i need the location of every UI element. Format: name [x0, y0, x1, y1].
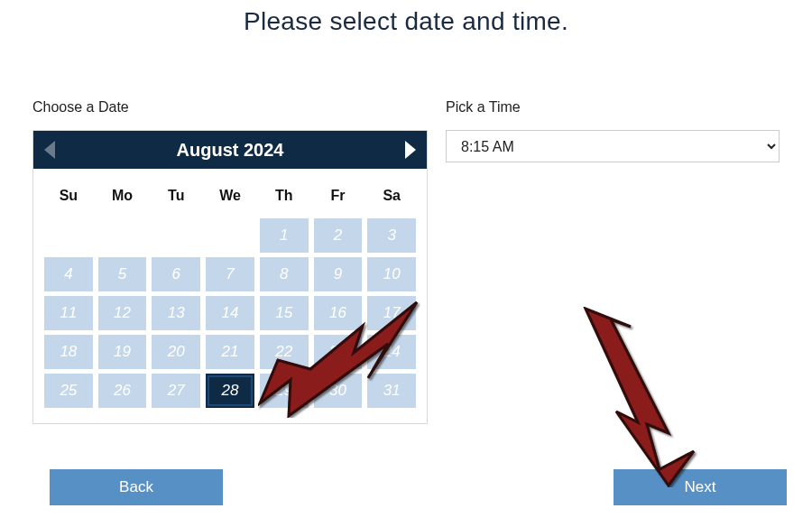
calendar-dow: Su: [44, 178, 93, 214]
calendar-day[interactable]: 21: [206, 335, 254, 369]
calendar-day[interactable]: 18: [44, 335, 93, 369]
choose-date-label: Choose a Date: [32, 99, 428, 116]
calendar-month-label: August 2024: [177, 140, 284, 161]
time-select[interactable]: 8:15 AM: [446, 130, 780, 162]
back-button[interactable]: Back: [50, 469, 223, 505]
calendar-day[interactable]: 27: [152, 374, 200, 408]
calendar-day[interactable]: 23: [314, 335, 363, 369]
calendar-dow: Mo: [98, 178, 147, 214]
calendar-day[interactable]: 11: [44, 296, 93, 330]
calendar-header: August 2024: [33, 131, 427, 169]
calendar-grid: Su Mo Tu We Th Fr Sa 1 2 3: [33, 169, 427, 423]
calendar-day[interactable]: 22: [260, 335, 309, 369]
next-button[interactable]: Next: [614, 469, 787, 505]
calendar-next-icon[interactable]: [405, 141, 416, 159]
calendar-day[interactable]: 1: [260, 218, 309, 253]
calendar: August 2024 Su Mo Tu We Th Fr Sa: [32, 130, 428, 424]
calendar-dow: Fr: [314, 178, 363, 214]
calendar-day[interactable]: 29: [260, 374, 309, 408]
calendar-dow: Th: [260, 178, 309, 214]
calendar-day[interactable]: 25: [44, 374, 93, 408]
calendar-day[interactable]: 24: [367, 335, 416, 369]
calendar-dow: Tu: [152, 178, 200, 214]
calendar-day[interactable]: 14: [206, 296, 254, 330]
calendar-day[interactable]: 16: [314, 296, 363, 330]
calendar-cell-empty: [152, 218, 200, 253]
calendar-day[interactable]: 2: [314, 218, 363, 253]
pick-time-label: Pick a Time: [446, 99, 780, 116]
calendar-day[interactable]: 9: [314, 257, 363, 291]
calendar-day[interactable]: 8: [260, 257, 309, 291]
calendar-day[interactable]: 12: [98, 296, 147, 330]
calendar-day[interactable]: 26: [98, 374, 147, 408]
calendar-cell-empty: [44, 218, 93, 253]
calendar-cell-empty: [206, 218, 254, 253]
calendar-prev-icon[interactable]: [44, 141, 55, 159]
calendar-day[interactable]: 6: [152, 257, 200, 291]
calendar-day[interactable]: 30: [314, 374, 363, 408]
calendar-day[interactable]: 5: [98, 257, 147, 291]
calendar-day[interactable]: 17: [367, 296, 416, 330]
calendar-day[interactable]: 13: [152, 296, 200, 330]
page-title: Please select date and time.: [0, 7, 812, 36]
calendar-day[interactable]: 15: [260, 296, 309, 330]
calendar-day-selected[interactable]: 28: [206, 374, 254, 408]
calendar-day[interactable]: 7: [206, 257, 254, 291]
calendar-day[interactable]: 19: [98, 335, 147, 369]
calendar-day[interactable]: 20: [152, 335, 200, 369]
calendar-dow: Sa: [367, 178, 416, 214]
calendar-dow: We: [206, 178, 254, 214]
calendar-day[interactable]: 10: [367, 257, 416, 291]
calendar-day[interactable]: 3: [367, 218, 416, 253]
calendar-day[interactable]: 4: [44, 257, 93, 291]
calendar-day[interactable]: 31: [367, 374, 416, 408]
calendar-cell-empty: [98, 218, 147, 253]
